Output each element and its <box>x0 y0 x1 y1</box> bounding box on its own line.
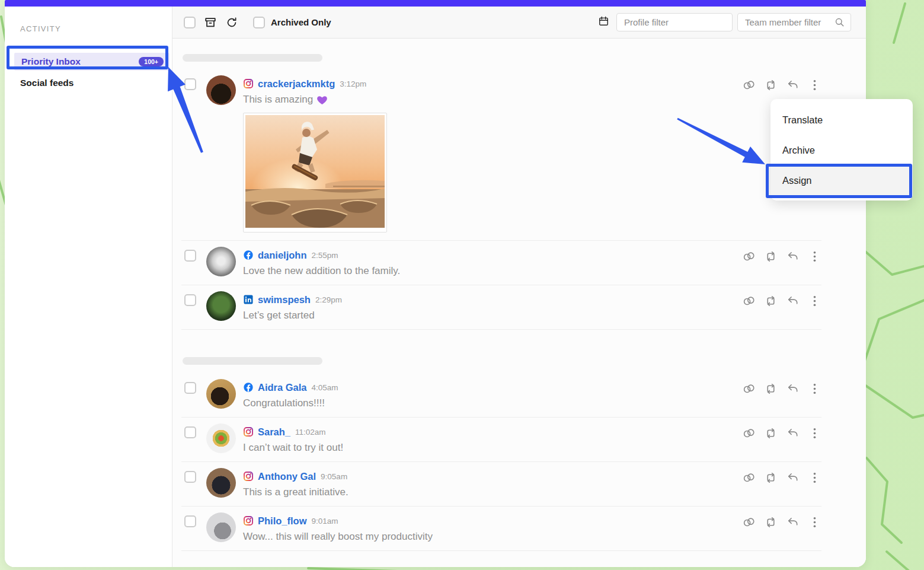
facebook-icon <box>243 250 254 260</box>
message-text: Wow... this will really boost my product… <box>243 531 433 543</box>
loading-skeleton-bar <box>183 54 322 62</box>
instagram-icon <box>243 78 254 89</box>
engage-circles-icon <box>742 294 756 308</box>
reply-button[interactable] <box>786 250 800 263</box>
repost-icon <box>764 294 778 308</box>
more-options-button[interactable] <box>808 382 821 396</box>
message-photo-attachment[interactable] <box>243 113 387 233</box>
repost-button[interactable] <box>764 294 778 308</box>
repost-icon <box>764 515 778 529</box>
message-username[interactable]: Aidra Gala <box>258 382 307 393</box>
menu-item-archive[interactable]: Archive <box>770 135 913 165</box>
kebab-menu-icon <box>808 78 821 92</box>
avatar[interactable] <box>206 291 236 321</box>
message-timestamp: 3:12pm <box>340 79 366 88</box>
reply-button[interactable] <box>786 78 800 92</box>
profile-filter-input[interactable] <box>616 13 733 31</box>
sidebar: ACTIVITY Priority Inbox 100+ Social feed… <box>5 7 172 567</box>
engage-button[interactable] <box>742 426 756 440</box>
kebab-menu-icon <box>808 426 821 440</box>
message-checkbox[interactable] <box>184 471 196 483</box>
message-checkbox[interactable] <box>184 515 196 527</box>
message-username[interactable]: crackerjackmktg <box>258 78 335 90</box>
refresh-button[interactable] <box>225 16 238 29</box>
reply-button[interactable] <box>786 382 800 396</box>
repost-button[interactable] <box>764 426 778 440</box>
message-row[interactable]: danieljohn 2:55pm Love the new addition … <box>181 241 821 285</box>
message-checkbox[interactable] <box>184 382 196 394</box>
reply-button[interactable] <box>786 426 800 440</box>
engage-button[interactable] <box>742 471 756 485</box>
message-text: Congratulations!!!! <box>243 397 325 409</box>
message-row[interactable]: Sarah_ 11:02am I can’t wait to try it ou… <box>181 418 821 462</box>
message-timestamp: 2:29pm <box>315 295 342 304</box>
kebab-menu-icon <box>808 515 821 529</box>
skateboarder-photo <box>245 115 385 228</box>
message-timestamp: 2:55pm <box>312 251 338 260</box>
repost-icon <box>764 382 778 396</box>
engage-button[interactable] <box>742 250 756 263</box>
more-options-button[interactable] <box>808 426 821 440</box>
reply-button[interactable] <box>786 471 800 485</box>
avatar[interactable] <box>206 512 236 542</box>
message-text: Let’s get started <box>243 310 315 321</box>
archived-only-checkbox[interactable] <box>253 17 265 28</box>
engage-button[interactable] <box>742 515 756 529</box>
date-filter-button[interactable] <box>598 15 609 29</box>
more-options-button[interactable] <box>808 250 821 263</box>
menu-item-translate[interactable]: Translate <box>770 105 913 135</box>
archive-icon <box>204 16 217 29</box>
more-options-button[interactable] <box>808 294 821 308</box>
repost-button[interactable] <box>764 515 778 529</box>
avatar[interactable] <box>206 75 236 105</box>
repost-button[interactable] <box>764 382 778 396</box>
message-list: crackerjackmktg 3:12pm This is amazing <box>172 39 866 567</box>
reply-button[interactable] <box>786 294 800 308</box>
message-checkbox[interactable] <box>184 294 196 306</box>
message-row[interactable]: swimspesh 2:29pm Let’s get started <box>181 285 821 330</box>
engage-circles-icon <box>742 471 756 485</box>
sidebar-item-priority-inbox[interactable]: Priority Inbox 100+ <box>14 53 170 71</box>
message-checkbox[interactable] <box>184 426 196 438</box>
menu-item-assign[interactable]: Assign <box>770 165 913 196</box>
avatar[interactable] <box>206 379 236 409</box>
more-options-button[interactable] <box>808 471 821 485</box>
message-username[interactable]: danieljohn <box>258 250 307 261</box>
message-username[interactable]: swimspesh <box>258 294 311 305</box>
message-username[interactable]: Philo_flow <box>258 515 307 527</box>
message-checkbox[interactable] <box>184 78 196 90</box>
top-accent-bar <box>5 0 866 7</box>
avatar[interactable] <box>206 468 236 498</box>
message-username[interactable]: Anthony Gal <box>258 471 316 482</box>
select-all-checkbox[interactable] <box>184 17 196 28</box>
message-checkbox[interactable] <box>184 250 196 262</box>
loading-skeleton-bar <box>183 357 322 365</box>
repost-button[interactable] <box>764 78 778 92</box>
repost-button[interactable] <box>764 250 778 263</box>
message-row[interactable]: Anthony Gal 9:05am This is a great initi… <box>181 462 821 507</box>
message-row[interactable]: Philo_flow 9:01am Wow... this will reall… <box>181 507 821 551</box>
social-feeds-label: Social feeds <box>20 78 73 88</box>
message-username[interactable]: Sarah_ <box>258 426 290 438</box>
engage-button[interactable] <box>742 382 756 396</box>
app-window: ACTIVITY Priority Inbox 100+ Social feed… <box>5 0 866 567</box>
reply-button[interactable] <box>786 515 800 529</box>
more-options-button[interactable] <box>808 78 821 92</box>
avatar[interactable] <box>206 423 236 453</box>
avatar[interactable] <box>206 247 236 276</box>
instagram-icon <box>243 426 254 437</box>
message-row[interactable]: crackerjackmktg 3:12pm This is amazing <box>181 69 821 241</box>
message-row[interactable]: Aidra Gala 4:05am Congratulations!!!! <box>181 373 821 418</box>
more-options-button[interactable] <box>808 515 821 529</box>
sidebar-item-social-feeds[interactable]: Social feeds <box>20 78 172 88</box>
search-icon <box>834 17 845 28</box>
message-timestamp: 9:01am <box>312 517 338 526</box>
engage-button[interactable] <box>742 294 756 308</box>
refresh-icon <box>225 16 238 29</box>
archive-button[interactable] <box>204 16 217 29</box>
repost-button[interactable] <box>764 471 778 485</box>
inbox-content: Archived Only <box>172 7 866 567</box>
engage-circles-icon <box>742 382 756 396</box>
engage-button[interactable] <box>742 78 756 92</box>
engage-circles-icon <box>742 78 756 92</box>
